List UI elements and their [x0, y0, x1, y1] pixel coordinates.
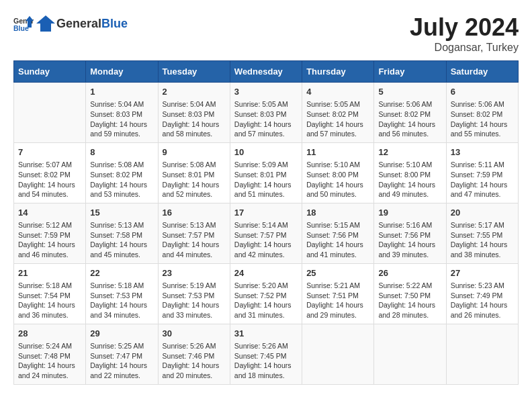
cell-content: Sunrise: 5:26 AM Sunset: 7:46 PM Dayligh… — [163, 341, 226, 381]
calendar-cell: 11Sunrise: 5:10 AM Sunset: 8:00 PM Dayli… — [302, 142, 374, 203]
day-number: 13 — [451, 146, 514, 158]
cell-content: Sunrise: 5:08 AM Sunset: 8:02 PM Dayligh… — [90, 160, 153, 199]
logo: General Blue GeneralBlue — [13, 13, 128, 34]
header-wednesday: Wednesday — [230, 61, 302, 83]
calendar-cell: 12Sunrise: 5:10 AM Sunset: 8:00 PM Dayli… — [374, 142, 446, 203]
day-number: 15 — [90, 207, 153, 219]
calendar-cell: 22Sunrise: 5:18 AM Sunset: 7:53 PM Dayli… — [86, 263, 158, 324]
day-number: 6 — [451, 86, 514, 98]
day-number: 14 — [18, 207, 81, 219]
calendar-cell: 18Sunrise: 5:15 AM Sunset: 7:56 PM Dayli… — [302, 203, 374, 263]
day-number: 11 — [306, 146, 369, 158]
header-row: SundayMondayTuesdayWednesdayThursdayFrid… — [14, 61, 519, 83]
cell-content: Sunrise: 5:10 AM Sunset: 8:00 PM Dayligh… — [306, 160, 369, 199]
cell-content: Sunrise: 5:13 AM Sunset: 7:57 PM Dayligh… — [163, 220, 226, 260]
day-number: 31 — [234, 328, 298, 340]
day-number: 24 — [234, 267, 298, 279]
logo-bird-icon — [36, 14, 55, 33]
day-number: 4 — [306, 86, 369, 98]
cell-content: Sunrise: 5:18 AM Sunset: 7:53 PM Dayligh… — [90, 281, 153, 320]
day-number: 27 — [451, 267, 514, 279]
page-header: General Blue GeneralBlue July 2024 Dogan… — [13, 13, 519, 54]
calendar-cell: 17Sunrise: 5:14 AM Sunset: 7:57 PM Dayli… — [230, 203, 302, 263]
header-tuesday: Tuesday — [158, 61, 230, 83]
subtitle: Dogansar, Turkey — [410, 42, 519, 54]
svg-marker-3 — [36, 15, 55, 32]
calendar-cell: 28Sunrise: 5:24 AM Sunset: 7:48 PM Dayli… — [14, 324, 86, 384]
cell-content: Sunrise: 5:12 AM Sunset: 7:59 PM Dayligh… — [18, 220, 81, 260]
calendar-cell — [446, 324, 518, 384]
cell-content: Sunrise: 5:11 AM Sunset: 7:59 PM Dayligh… — [451, 160, 514, 199]
calendar-cell: 1Sunrise: 5:04 AM Sunset: 8:03 PM Daylig… — [86, 83, 158, 143]
week-row-4: 21Sunrise: 5:18 AM Sunset: 7:54 PM Dayli… — [14, 263, 519, 324]
calendar-cell: 14Sunrise: 5:12 AM Sunset: 7:59 PM Dayli… — [14, 203, 86, 263]
calendar-cell: 27Sunrise: 5:23 AM Sunset: 7:49 PM Dayli… — [446, 263, 518, 324]
cell-content: Sunrise: 5:09 AM Sunset: 8:01 PM Dayligh… — [234, 160, 298, 199]
calendar-cell: 5Sunrise: 5:06 AM Sunset: 8:02 PM Daylig… — [374, 83, 446, 143]
cell-content: Sunrise: 5:04 AM Sunset: 8:03 PM Dayligh… — [90, 99, 153, 139]
day-number: 28 — [18, 328, 81, 340]
day-number: 8 — [90, 146, 153, 158]
cell-content: Sunrise: 5:15 AM Sunset: 7:56 PM Dayligh… — [306, 220, 369, 260]
cell-content: Sunrise: 5:14 AM Sunset: 7:57 PM Dayligh… — [234, 220, 298, 260]
cell-content: Sunrise: 5:23 AM Sunset: 7:49 PM Dayligh… — [451, 281, 514, 320]
cell-content: Sunrise: 5:10 AM Sunset: 8:00 PM Dayligh… — [378, 160, 441, 199]
cell-content: Sunrise: 5:16 AM Sunset: 7:56 PM Dayligh… — [378, 220, 441, 260]
calendar-cell: 31Sunrise: 5:26 AM Sunset: 7:45 PM Dayli… — [230, 324, 302, 384]
calendar-cell: 4Sunrise: 5:05 AM Sunset: 8:02 PM Daylig… — [302, 83, 374, 143]
day-number: 21 — [18, 267, 81, 279]
cell-content: Sunrise: 5:07 AM Sunset: 8:02 PM Dayligh… — [18, 160, 81, 199]
header-monday: Monday — [86, 61, 158, 83]
calendar-cell: 8Sunrise: 5:08 AM Sunset: 8:02 PM Daylig… — [86, 142, 158, 203]
day-number: 2 — [163, 86, 226, 98]
day-number: 12 — [378, 146, 441, 158]
calendar-cell: 13Sunrise: 5:11 AM Sunset: 7:59 PM Dayli… — [446, 142, 518, 203]
calendar-cell: 3Sunrise: 5:05 AM Sunset: 8:03 PM Daylig… — [230, 83, 302, 143]
cell-content: Sunrise: 5:17 AM Sunset: 7:55 PM Dayligh… — [451, 220, 514, 260]
cell-content: Sunrise: 5:20 AM Sunset: 7:52 PM Dayligh… — [234, 281, 298, 320]
cell-content: Sunrise: 5:19 AM Sunset: 7:53 PM Dayligh… — [163, 281, 226, 320]
calendar-cell: 19Sunrise: 5:16 AM Sunset: 7:56 PM Dayli… — [374, 203, 446, 263]
logo-text: GeneralBlue — [56, 17, 128, 31]
day-number: 5 — [378, 86, 441, 98]
day-number: 3 — [234, 86, 298, 98]
calendar-cell: 2Sunrise: 5:04 AM Sunset: 8:03 PM Daylig… — [158, 83, 230, 143]
cell-content: Sunrise: 5:05 AM Sunset: 8:03 PM Dayligh… — [234, 99, 298, 139]
calendar-cell: 15Sunrise: 5:13 AM Sunset: 7:58 PM Dayli… — [86, 203, 158, 263]
day-number: 1 — [90, 86, 153, 98]
cell-content: Sunrise: 5:24 AM Sunset: 7:48 PM Dayligh… — [18, 341, 81, 381]
day-number: 17 — [234, 207, 298, 219]
week-row-5: 28Sunrise: 5:24 AM Sunset: 7:48 PM Dayli… — [14, 324, 519, 384]
day-number: 10 — [234, 146, 298, 158]
main-title: July 2024 — [410, 13, 519, 42]
cell-content: Sunrise: 5:22 AM Sunset: 7:50 PM Dayligh… — [378, 281, 441, 320]
cell-content: Sunrise: 5:21 AM Sunset: 7:51 PM Dayligh… — [306, 281, 369, 320]
cell-content: Sunrise: 5:13 AM Sunset: 7:58 PM Dayligh… — [90, 220, 153, 260]
week-row-1: 1Sunrise: 5:04 AM Sunset: 8:03 PM Daylig… — [14, 83, 519, 143]
cell-content: Sunrise: 5:05 AM Sunset: 8:02 PM Dayligh… — [306, 99, 369, 139]
logo-icon: General Blue — [13, 13, 34, 34]
calendar-cell: 25Sunrise: 5:21 AM Sunset: 7:51 PM Dayli… — [302, 263, 374, 324]
calendar-cell — [374, 324, 446, 384]
cell-content: Sunrise: 5:25 AM Sunset: 7:47 PM Dayligh… — [90, 341, 153, 381]
day-number: 20 — [451, 207, 514, 219]
title-section: July 2024 Dogansar, Turkey — [410, 13, 519, 54]
calendar-cell: 30Sunrise: 5:26 AM Sunset: 7:46 PM Dayli… — [158, 324, 230, 384]
day-number: 26 — [378, 267, 441, 279]
header-thursday: Thursday — [302, 61, 374, 83]
calendar-cell: 21Sunrise: 5:18 AM Sunset: 7:54 PM Dayli… — [14, 263, 86, 324]
day-number: 9 — [163, 146, 226, 158]
header-friday: Friday — [374, 61, 446, 83]
day-number: 22 — [90, 267, 153, 279]
calendar-cell: 23Sunrise: 5:19 AM Sunset: 7:53 PM Dayli… — [158, 263, 230, 324]
week-row-3: 14Sunrise: 5:12 AM Sunset: 7:59 PM Dayli… — [14, 203, 519, 263]
cell-content: Sunrise: 5:06 AM Sunset: 8:02 PM Dayligh… — [378, 99, 441, 139]
calendar-cell: 26Sunrise: 5:22 AM Sunset: 7:50 PM Dayli… — [374, 263, 446, 324]
cell-content: Sunrise: 5:04 AM Sunset: 8:03 PM Dayligh… — [163, 99, 226, 139]
calendar-cell: 16Sunrise: 5:13 AM Sunset: 7:57 PM Dayli… — [158, 203, 230, 263]
calendar-cell: 9Sunrise: 5:08 AM Sunset: 8:01 PM Daylig… — [158, 142, 230, 203]
calendar-cell: 20Sunrise: 5:17 AM Sunset: 7:55 PM Dayli… — [446, 203, 518, 263]
day-number: 23 — [163, 267, 226, 279]
calendar-cell: 29Sunrise: 5:25 AM Sunset: 7:47 PM Dayli… — [86, 324, 158, 384]
calendar-cell — [302, 324, 374, 384]
